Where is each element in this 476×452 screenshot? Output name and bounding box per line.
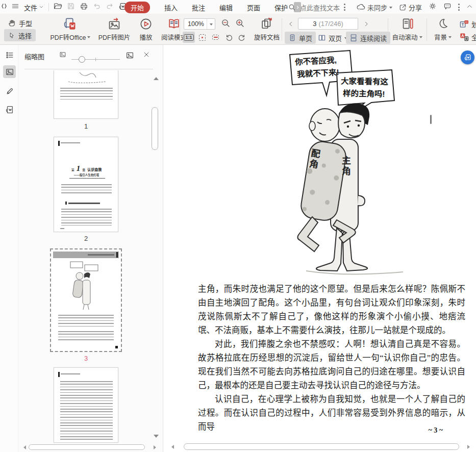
- play-icon: [139, 17, 153, 31]
- close-panel-button[interactable]: [143, 51, 150, 60]
- thumbnail-page-3-selected[interactable]: [50, 248, 122, 352]
- sync-status-button[interactable]: 未同步: [356, 3, 392, 12]
- window-handle-icon[interactable]: [2, 3, 7, 12]
- auto-scroll-button[interactable]: 自动滚动: [391, 16, 423, 43]
- continuous-reading-label: 连续阅读: [360, 33, 387, 43]
- export-panel-button[interactable]: [3, 103, 16, 116]
- tab-page[interactable]: 页面: [247, 3, 260, 12]
- outline-panel-button[interactable]: [3, 48, 16, 61]
- more-options-icon[interactable]: [458, 4, 460, 11]
- save-button[interactable]: [67, 2, 75, 12]
- quick-convert-float-button[interactable]: [461, 51, 474, 64]
- pdf-to-office-button[interactable]: PDF转Office: [49, 16, 92, 43]
- hand-tool-label: 手型: [19, 18, 32, 28]
- thumbnail-panel-button[interactable]: [3, 65, 16, 78]
- settings-button[interactable]: [429, 2, 437, 12]
- hamburger-menu-button[interactable]: [11, 2, 19, 12]
- actual-size-button[interactable]: 1:1: [183, 32, 195, 43]
- tab-home[interactable]: 开始: [124, 2, 150, 13]
- moon-icon: [437, 17, 449, 30]
- tab-annotate[interactable]: 批注: [192, 3, 205, 12]
- single-page-mode-button[interactable]: 单页: [285, 32, 316, 44]
- pdf-to-image-icon: [108, 17, 121, 31]
- pdf-to-office-caret: [87, 36, 90, 40]
- previous-page-button[interactable]: [286, 18, 296, 30]
- panel-horizontal-scrollbar-thumb[interactable]: [29, 444, 145, 450]
- panel-scroll-up-arrow[interactable]: [154, 74, 159, 80]
- document-view[interactable]: 你不答应我, 我就不下来! 大家看看有这 样的主角吗! 配角 主角 主角，而朱时…: [163, 45, 476, 452]
- play-label: 播放: [139, 32, 152, 42]
- print-button[interactable]: [80, 2, 88, 13]
- next-page-button[interactable]: [361, 18, 371, 30]
- thumbnail-size-slider[interactable]: [71, 56, 120, 63]
- zoom-out-button[interactable]: [220, 17, 231, 29]
- thumbnail-larger-icon[interactable]: [126, 51, 134, 62]
- thumb3-page-header: [53, 252, 119, 258]
- collapse-toolbar-button[interactable]: [466, 3, 473, 12]
- panel-scroll-down-arrow[interactable]: [154, 435, 159, 440]
- page-number-field[interactable]: 3 (17/246): [298, 18, 358, 30]
- sync-status-label: 未同步: [367, 3, 387, 12]
- paragraph-1: 主角，而朱时茂也满足了他的这个愿望。但是后来怎么样呢？陈佩斯不由自主地演回了配角…: [198, 282, 465, 337]
- fulltext-translation-label: 全文翻译: [471, 32, 476, 42]
- rotate-document-icon: [260, 17, 273, 31]
- rotate-left-button[interactable]: [222, 32, 235, 43]
- tab-protect[interactable]: 保护: [274, 3, 288, 12]
- rotate-document-button[interactable]: 旋转文档: [251, 16, 283, 43]
- background-caret: [448, 36, 452, 40]
- document-horizontal-scrollbar-thumb[interactable]: [184, 443, 459, 450]
- zoom-level-combobox[interactable]: 100%: [184, 18, 215, 30]
- feedback-button[interactable]: [443, 2, 452, 12]
- document-vertical-scrollbar-thumb[interactable]: [430, 115, 432, 124]
- search-options-icon[interactable]: [344, 4, 345, 11]
- undo-button[interactable]: [93, 2, 101, 12]
- thumb3-corner-mark: [115, 346, 118, 348]
- rotate-document-label: 旋转文档: [254, 32, 280, 42]
- search-box[interactable]: 点此查找文本: [288, 0, 345, 14]
- panel-scroll-right-arrow[interactable]: [154, 445, 158, 449]
- fulltext-translation-button[interactable]: 全文翻译: [459, 31, 476, 42]
- panel-vertical-scrollbar-thumb[interactable]: [152, 107, 158, 150]
- cartoon-label-main-role: 主角: [339, 156, 352, 177]
- zoom-in-button[interactable]: [235, 17, 245, 29]
- continuous-reading-button[interactable]: 连续阅读: [346, 32, 390, 44]
- paragraph-2: 对此，我们捧腹之余也不禁感叹：人啊！想认清自己真是不容易。故苏格拉底在历经思想的…: [198, 337, 465, 392]
- share-label: 分享: [409, 3, 422, 12]
- thumb4-header-bar: [58, 372, 60, 377]
- thumbnail-panel: 缩略图 1 第 1 章 认识自我 ——指引人生的灯塔: [18, 45, 163, 452]
- share-button[interactable]: 分享: [399, 3, 422, 12]
- redo-button[interactable]: [106, 2, 114, 12]
- open-file-button[interactable]: [54, 2, 62, 13]
- pdf-to-office-icon: [64, 17, 77, 31]
- pdf-to-image-label: PDF转图片: [98, 32, 131, 42]
- fit-page-icon: [199, 34, 206, 41]
- tab-edit[interactable]: 编辑: [219, 3, 233, 12]
- file-menu-button[interactable]: 文件: [24, 3, 44, 12]
- fit-width-button[interactable]: [209, 32, 221, 43]
- cloud-sync-icon: [356, 3, 365, 11]
- document-scroll-right-arrow[interactable]: [467, 445, 472, 449]
- thumb2-chapter-subtitle: ——指引人生的灯塔: [54, 173, 118, 177]
- divider: [388, 18, 388, 41]
- select-tool-button[interactable]: 选择: [4, 29, 36, 41]
- document-scroll-left-arrow[interactable]: [169, 445, 174, 449]
- thumbnail-smaller-icon[interactable]: [59, 51, 66, 60]
- background-button[interactable]: 背景: [430, 16, 456, 43]
- slider-knob[interactable]: [79, 56, 85, 63]
- zoom-combobox-caret: [207, 19, 215, 29]
- tab-insert[interactable]: 插入: [164, 3, 178, 12]
- thumbnail-page-2[interactable]: 第 1 章 认识自我 ——指引人生的灯塔: [54, 137, 118, 232]
- rotate-right-button[interactable]: [236, 32, 248, 43]
- annotation-panel-button[interactable]: [3, 85, 16, 97]
- hand-tool-button[interactable]: 手型: [4, 17, 36, 29]
- thumbnail-page-4[interactable]: [54, 367, 118, 443]
- thumb2-chapter-title: 第 1 章 认识自我: [54, 164, 118, 173]
- fit-page-button[interactable]: [196, 32, 208, 43]
- panel-scroll-left-arrow[interactable]: [21, 445, 26, 449]
- fit-width-icon: [212, 35, 219, 40]
- word-translation-button[interactable]: 划词翻译: [459, 18, 476, 30]
- play-button[interactable]: 播放: [136, 16, 156, 43]
- continuous-reading-icon: [349, 34, 358, 42]
- pdf-to-image-button[interactable]: PDF转图片: [95, 16, 134, 43]
- thumbnail-page-1[interactable]: [54, 70, 118, 119]
